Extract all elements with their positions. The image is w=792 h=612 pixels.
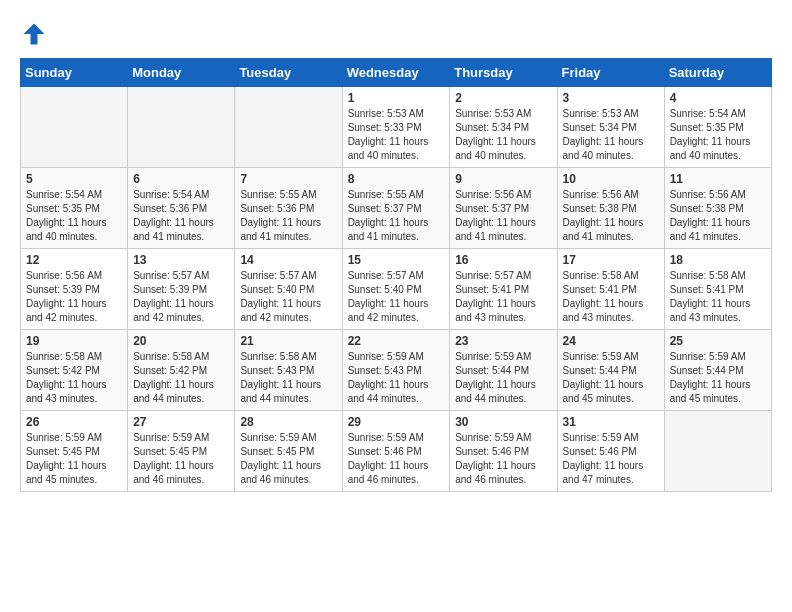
day-number: 25 — [670, 334, 766, 348]
calendar-week-row: 26Sunrise: 5:59 AMSunset: 5:45 PMDayligh… — [21, 411, 772, 492]
day-number: 20 — [133, 334, 229, 348]
day-number: 3 — [563, 91, 659, 105]
calendar-table: SundayMondayTuesdayWednesdayThursdayFrid… — [20, 58, 772, 492]
day-number: 22 — [348, 334, 445, 348]
calendar-cell — [21, 87, 128, 168]
day-info: Sunrise: 5:54 AMSunset: 5:35 PMDaylight:… — [26, 188, 122, 244]
day-info: Sunrise: 5:59 AMSunset: 5:46 PMDaylight:… — [563, 431, 659, 487]
calendar-cell: 15Sunrise: 5:57 AMSunset: 5:40 PMDayligh… — [342, 249, 450, 330]
day-info: Sunrise: 5:59 AMSunset: 5:44 PMDaylight:… — [563, 350, 659, 406]
calendar-cell: 23Sunrise: 5:59 AMSunset: 5:44 PMDayligh… — [450, 330, 557, 411]
day-number: 5 — [26, 172, 122, 186]
calendar-cell: 24Sunrise: 5:59 AMSunset: 5:44 PMDayligh… — [557, 330, 664, 411]
day-info: Sunrise: 5:57 AMSunset: 5:39 PMDaylight:… — [133, 269, 229, 325]
day-number: 1 — [348, 91, 445, 105]
day-info: Sunrise: 5:59 AMSunset: 5:46 PMDaylight:… — [348, 431, 445, 487]
day-info: Sunrise: 5:57 AMSunset: 5:40 PMDaylight:… — [240, 269, 336, 325]
calendar-cell: 10Sunrise: 5:56 AMSunset: 5:38 PMDayligh… — [557, 168, 664, 249]
calendar-cell: 22Sunrise: 5:59 AMSunset: 5:43 PMDayligh… — [342, 330, 450, 411]
calendar-cell: 17Sunrise: 5:58 AMSunset: 5:41 PMDayligh… — [557, 249, 664, 330]
day-header-saturday: Saturday — [664, 59, 771, 87]
day-number: 12 — [26, 253, 122, 267]
day-info: Sunrise: 5:53 AMSunset: 5:33 PMDaylight:… — [348, 107, 445, 163]
day-number: 15 — [348, 253, 445, 267]
calendar-cell: 26Sunrise: 5:59 AMSunset: 5:45 PMDayligh… — [21, 411, 128, 492]
calendar-cell: 11Sunrise: 5:56 AMSunset: 5:38 PMDayligh… — [664, 168, 771, 249]
day-number: 7 — [240, 172, 336, 186]
day-header-tuesday: Tuesday — [235, 59, 342, 87]
day-number: 6 — [133, 172, 229, 186]
calendar-cell: 8Sunrise: 5:55 AMSunset: 5:37 PMDaylight… — [342, 168, 450, 249]
day-number: 18 — [670, 253, 766, 267]
calendar-week-row: 19Sunrise: 5:58 AMSunset: 5:42 PMDayligh… — [21, 330, 772, 411]
day-header-monday: Monday — [128, 59, 235, 87]
day-number: 2 — [455, 91, 551, 105]
calendar-header-row: SundayMondayTuesdayWednesdayThursdayFrid… — [21, 59, 772, 87]
calendar-cell: 27Sunrise: 5:59 AMSunset: 5:45 PMDayligh… — [128, 411, 235, 492]
day-number: 9 — [455, 172, 551, 186]
day-number: 31 — [563, 415, 659, 429]
page-header — [20, 20, 772, 48]
calendar-cell: 14Sunrise: 5:57 AMSunset: 5:40 PMDayligh… — [235, 249, 342, 330]
day-number: 19 — [26, 334, 122, 348]
day-info: Sunrise: 5:55 AMSunset: 5:36 PMDaylight:… — [240, 188, 336, 244]
day-header-friday: Friday — [557, 59, 664, 87]
calendar-week-row: 5Sunrise: 5:54 AMSunset: 5:35 PMDaylight… — [21, 168, 772, 249]
day-info: Sunrise: 5:54 AMSunset: 5:36 PMDaylight:… — [133, 188, 229, 244]
day-number: 17 — [563, 253, 659, 267]
day-info: Sunrise: 5:59 AMSunset: 5:44 PMDaylight:… — [670, 350, 766, 406]
day-info: Sunrise: 5:57 AMSunset: 5:40 PMDaylight:… — [348, 269, 445, 325]
calendar-cell: 1Sunrise: 5:53 AMSunset: 5:33 PMDaylight… — [342, 87, 450, 168]
day-number: 13 — [133, 253, 229, 267]
day-number: 8 — [348, 172, 445, 186]
svg-marker-0 — [24, 24, 45, 45]
day-number: 11 — [670, 172, 766, 186]
calendar-week-row: 12Sunrise: 5:56 AMSunset: 5:39 PMDayligh… — [21, 249, 772, 330]
day-info: Sunrise: 5:59 AMSunset: 5:45 PMDaylight:… — [26, 431, 122, 487]
day-info: Sunrise: 5:59 AMSunset: 5:45 PMDaylight:… — [133, 431, 229, 487]
calendar-cell: 12Sunrise: 5:56 AMSunset: 5:39 PMDayligh… — [21, 249, 128, 330]
calendar-cell: 2Sunrise: 5:53 AMSunset: 5:34 PMDaylight… — [450, 87, 557, 168]
day-info: Sunrise: 5:58 AMSunset: 5:42 PMDaylight:… — [26, 350, 122, 406]
calendar-cell: 28Sunrise: 5:59 AMSunset: 5:45 PMDayligh… — [235, 411, 342, 492]
day-number: 28 — [240, 415, 336, 429]
day-number: 29 — [348, 415, 445, 429]
day-info: Sunrise: 5:58 AMSunset: 5:42 PMDaylight:… — [133, 350, 229, 406]
logo-icon — [20, 20, 48, 48]
calendar-cell: 29Sunrise: 5:59 AMSunset: 5:46 PMDayligh… — [342, 411, 450, 492]
day-info: Sunrise: 5:53 AMSunset: 5:34 PMDaylight:… — [563, 107, 659, 163]
day-number: 14 — [240, 253, 336, 267]
day-header-wednesday: Wednesday — [342, 59, 450, 87]
calendar-cell: 13Sunrise: 5:57 AMSunset: 5:39 PMDayligh… — [128, 249, 235, 330]
calendar-cell — [128, 87, 235, 168]
calendar-cell: 5Sunrise: 5:54 AMSunset: 5:35 PMDaylight… — [21, 168, 128, 249]
day-number: 27 — [133, 415, 229, 429]
calendar-cell — [235, 87, 342, 168]
calendar-cell: 30Sunrise: 5:59 AMSunset: 5:46 PMDayligh… — [450, 411, 557, 492]
day-info: Sunrise: 5:58 AMSunset: 5:41 PMDaylight:… — [670, 269, 766, 325]
day-number: 4 — [670, 91, 766, 105]
day-number: 21 — [240, 334, 336, 348]
calendar-cell: 31Sunrise: 5:59 AMSunset: 5:46 PMDayligh… — [557, 411, 664, 492]
calendar-cell: 20Sunrise: 5:58 AMSunset: 5:42 PMDayligh… — [128, 330, 235, 411]
day-info: Sunrise: 5:57 AMSunset: 5:41 PMDaylight:… — [455, 269, 551, 325]
logo — [20, 20, 52, 48]
calendar-cell: 25Sunrise: 5:59 AMSunset: 5:44 PMDayligh… — [664, 330, 771, 411]
day-number: 16 — [455, 253, 551, 267]
calendar-cell — [664, 411, 771, 492]
calendar-cell: 16Sunrise: 5:57 AMSunset: 5:41 PMDayligh… — [450, 249, 557, 330]
calendar-cell: 3Sunrise: 5:53 AMSunset: 5:34 PMDaylight… — [557, 87, 664, 168]
calendar-cell: 7Sunrise: 5:55 AMSunset: 5:36 PMDaylight… — [235, 168, 342, 249]
day-info: Sunrise: 5:58 AMSunset: 5:41 PMDaylight:… — [563, 269, 659, 325]
day-info: Sunrise: 5:58 AMSunset: 5:43 PMDaylight:… — [240, 350, 336, 406]
day-info: Sunrise: 5:59 AMSunset: 5:45 PMDaylight:… — [240, 431, 336, 487]
day-header-sunday: Sunday — [21, 59, 128, 87]
day-info: Sunrise: 5:53 AMSunset: 5:34 PMDaylight:… — [455, 107, 551, 163]
calendar-cell: 9Sunrise: 5:56 AMSunset: 5:37 PMDaylight… — [450, 168, 557, 249]
calendar-cell: 19Sunrise: 5:58 AMSunset: 5:42 PMDayligh… — [21, 330, 128, 411]
calendar-week-row: 1Sunrise: 5:53 AMSunset: 5:33 PMDaylight… — [21, 87, 772, 168]
day-info: Sunrise: 5:59 AMSunset: 5:43 PMDaylight:… — [348, 350, 445, 406]
day-info: Sunrise: 5:55 AMSunset: 5:37 PMDaylight:… — [348, 188, 445, 244]
day-info: Sunrise: 5:56 AMSunset: 5:38 PMDaylight:… — [563, 188, 659, 244]
day-number: 23 — [455, 334, 551, 348]
